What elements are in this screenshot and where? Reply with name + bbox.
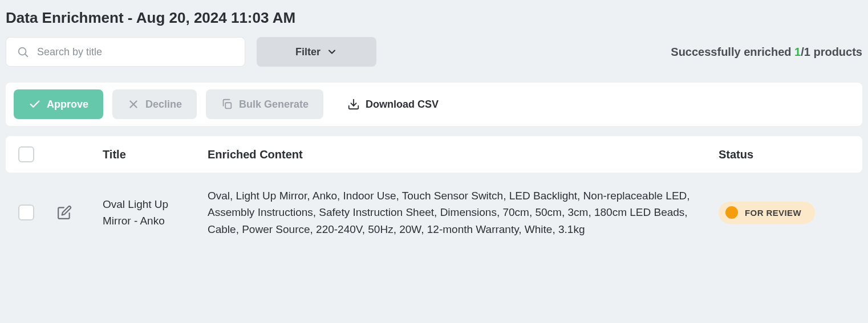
filter-button[interactable]: Filter: [257, 37, 376, 67]
page-title: Data Enrichment - Aug 20, 2024 11:03 AM: [6, 9, 862, 27]
check-icon: [29, 98, 41, 111]
table-row: Oval Light Up Mirror - Anko Oval, Light …: [6, 173, 862, 252]
results-table: Title Enriched Content Status Oval Light…: [6, 136, 862, 252]
search-input[interactable]: [36, 46, 234, 59]
svg-line-1: [25, 54, 27, 56]
download-icon: [347, 98, 360, 111]
edit-row-button[interactable]: [55, 203, 74, 222]
enrichment-summary: Successfully enriched 1/1 products: [671, 46, 862, 59]
download-csv-button[interactable]: Download CSV: [332, 89, 453, 119]
edit-icon: [57, 205, 72, 220]
summary-prefix: Successfully enriched: [671, 46, 794, 58]
chevron-down-icon: [326, 46, 338, 58]
row-title: Oval Light Up Mirror - Anko: [103, 196, 194, 230]
header-title: Title: [103, 148, 194, 161]
bulk-generate-label: Bulk Generate: [239, 99, 309, 111]
bulk-generate-button[interactable]: Bulk Generate: [206, 89, 323, 119]
search-box[interactable]: [6, 37, 245, 67]
header-status: Status: [719, 148, 850, 161]
status-badge: FOR REVIEW: [719, 202, 815, 224]
summary-total: /1 products: [801, 46, 862, 58]
decline-button[interactable]: Decline: [112, 89, 197, 119]
download-csv-label: Download CSV: [366, 99, 439, 111]
search-icon: [17, 46, 29, 58]
filter-label: Filter: [295, 46, 321, 58]
status-badge-label: FOR REVIEW: [745, 206, 801, 219]
approve-button[interactable]: Approve: [14, 89, 103, 119]
action-bar: Approve Decline Bulk Generate Download C…: [6, 83, 862, 126]
summary-count: 1: [794, 46, 801, 58]
status-dot-icon: [725, 206, 738, 219]
close-icon: [127, 98, 140, 111]
search-filter-row: Filter Successfully enriched 1/1 product…: [6, 37, 862, 67]
approve-label: Approve: [47, 99, 88, 111]
table-header-row: Title Enriched Content Status: [6, 136, 862, 173]
svg-rect-4: [225, 103, 231, 108]
row-content: Oval, Light Up Mirror, Anko, Indoor Use,…: [208, 187, 705, 238]
row-checkbox[interactable]: [18, 205, 34, 220]
header-content: Enriched Content: [208, 148, 705, 161]
copy-icon: [221, 98, 233, 111]
decline-label: Decline: [145, 99, 182, 111]
svg-point-0: [19, 48, 26, 55]
select-all-checkbox[interactable]: [18, 146, 34, 162]
